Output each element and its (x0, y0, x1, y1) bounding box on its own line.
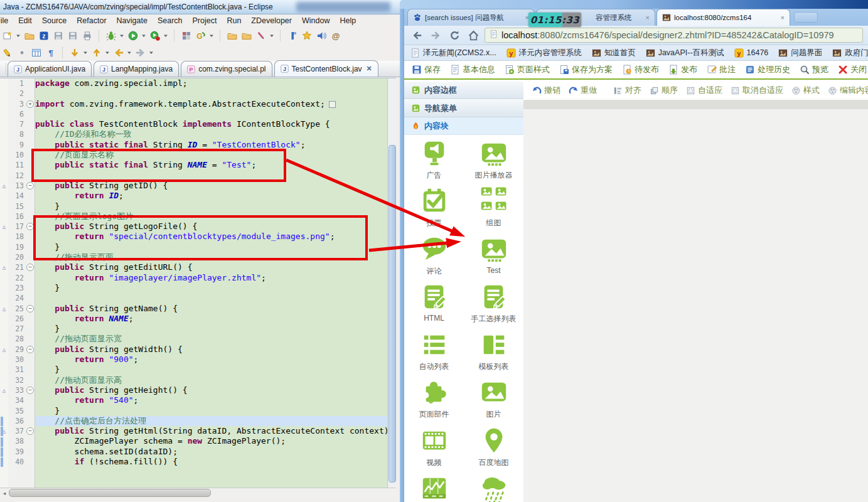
editor-tab[interactable]: JLangMapping.java (94, 61, 179, 77)
home-button[interactable] (466, 28, 481, 43)
print-icon[interactable] (81, 29, 94, 43)
open-folder-icon[interactable] (23, 29, 36, 43)
dropdown-chevron-icon[interactable] (269, 29, 275, 43)
speaker-icon[interactable] (315, 29, 328, 43)
editor-vertical-scrollbar[interactable] (387, 78, 396, 488)
editor-horizontal-scrollbar[interactable]: ◂ (0, 488, 396, 498)
canvas-palette-button[interactable]: 编辑内容 (828, 85, 868, 96)
save-icon[interactable] (52, 29, 65, 43)
marker-pen-icon[interactable] (1, 46, 14, 60)
canvas-palette-button[interactable]: 样式 (791, 85, 820, 96)
content-block-item[interactable]: 手工选择列表 (464, 282, 523, 330)
canvas-undo-button[interactable]: 撤销 (532, 85, 560, 96)
editor-tab[interactable]: Pcom.zving.special.pl (181, 61, 272, 77)
fold-collapse-icon[interactable]: − (26, 427, 34, 435)
browser-tab[interactable]: [search issues] 问题导航× (407, 9, 535, 26)
fold-collapse-icon[interactable]: − (26, 346, 34, 353)
content-block-item[interactable] (404, 474, 464, 502)
content-block-item[interactable]: Test (464, 235, 523, 282)
reload-button[interactable] (447, 28, 462, 43)
menu-refactor[interactable]: Refactor (72, 15, 111, 26)
hscroll-left-arrow-icon[interactable]: ◂ (0, 490, 9, 496)
menu-source[interactable]: Source (37, 15, 72, 26)
dropdown-chevron-icon[interactable] (83, 46, 88, 60)
bookmark-item[interactable]: 泽元新闻(ZCMS2.x... (410, 48, 496, 58)
view-handle[interactable] (1, 63, 6, 75)
forward-arrow-icon[interactable] (134, 46, 147, 60)
bookmark-item[interactable]: 问题界面 (778, 48, 822, 58)
cms-history-button[interactable]: 处理历史 (745, 64, 790, 75)
home-icon[interactable] (468, 30, 479, 41)
panel-header[interactable]: 导航菜单 (404, 99, 523, 117)
close-tab-icon[interactable]: × (781, 14, 785, 21)
menu-edit[interactable]: Edit (13, 15, 37, 26)
content-block-item[interactable]: 自动列表 (404, 330, 464, 378)
dropdown-chevron-icon[interactable] (141, 29, 147, 43)
bookmark-item[interactable]: y泽元内容管理系统 (506, 48, 582, 58)
wand-icon[interactable] (255, 29, 267, 43)
cms-publish-button[interactable]: 发布 (668, 64, 697, 75)
z-project-icon[interactable]: z (38, 29, 50, 43)
cms-saveas-button[interactable]: 保存为方案 (559, 64, 613, 75)
content-block-item[interactable]: 广告 (404, 139, 464, 186)
content-block-item[interactable]: HTML (404, 282, 464, 330)
cms-floppy-button[interactable]: 保存 (412, 64, 441, 75)
close-tab-icon[interactable]: ✕ (367, 65, 372, 73)
editor-fold-gutter[interactable]: +−−−−−−− (26, 78, 35, 488)
bookmark-item[interactable]: 知道首页 (592, 48, 636, 58)
editor-tab[interactable]: JTestContentBlock.jav✕ (274, 60, 378, 77)
canvas-fit-button[interactable]: 取消自适应 (731, 85, 783, 96)
fold-collapse-icon[interactable]: − (26, 223, 34, 230)
folder-open-icon[interactable] (226, 29, 238, 43)
content-block-item[interactable]: 页面部件 (404, 378, 464, 425)
code-editor[interactable]: △△△△△△△ 12367891011121314151617181920212… (0, 78, 396, 488)
menu-zdeveloper[interactable]: ZDeveloper (246, 15, 297, 26)
content-block-item[interactable]: 模板列表 (464, 330, 523, 378)
content-block-item[interactable]: 图片 (464, 378, 523, 425)
grid-icon[interactable] (180, 29, 193, 43)
canvas-redo-button[interactable]: 重做 (569, 85, 597, 96)
fold-collapse-icon[interactable]: − (26, 387, 34, 394)
bookmark-item[interactable]: 政府门户网 (832, 48, 868, 58)
menu-run[interactable]: Run (222, 15, 246, 26)
info-pillar-icon[interactable] (286, 29, 299, 43)
menu-help[interactable]: Help (335, 15, 361, 26)
fwd-icon[interactable] (431, 30, 441, 41)
fold-collapse-icon[interactable]: − (26, 305, 34, 312)
cms-style-button[interactable]: 页面样式 (505, 64, 550, 75)
folded-region-icon[interactable] (329, 101, 336, 108)
debug-icon[interactable] (105, 29, 117, 43)
star-icon[interactable] (301, 29, 313, 43)
panel-header[interactable]: 内容边框 (404, 81, 523, 99)
content-block-item[interactable]: 评论 (404, 235, 464, 282)
cms-redx-button[interactable]: 关闭 (838, 64, 867, 75)
at-icon[interactable]: @ (330, 29, 342, 43)
address-bar[interactable]: localhost:8080/zcms16476/special/designe… (485, 28, 863, 43)
dropdown-chevron-icon[interactable] (16, 29, 21, 43)
menu-navigate[interactable]: Navigate (112, 15, 153, 26)
new-wizard-icon[interactable] (1, 29, 14, 43)
bookmark-item[interactable]: JavaAPI--百科测试 (646, 48, 724, 58)
reload-icon[interactable] (449, 30, 460, 41)
panel-header-active[interactable]: 内容块 (404, 117, 523, 135)
dropdown-chevron-icon[interactable] (149, 46, 154, 60)
content-block-item[interactable]: 视频 (404, 426, 464, 474)
dropdown-chevron-icon[interactable] (105, 46, 110, 60)
menu-project[interactable]: Project (188, 15, 222, 26)
menu-search[interactable]: Search (153, 15, 188, 26)
dot-icon[interactable] (16, 46, 28, 60)
canvas-area[interactable] (523, 109, 868, 502)
menu-window[interactable]: Window (297, 15, 335, 26)
dropdown-chevron-icon[interactable] (209, 29, 215, 43)
menu-file[interactable]: File (0, 15, 13, 26)
dropdown-chevron-icon[interactable] (163, 29, 169, 43)
content-block-item[interactable] (464, 474, 523, 502)
cms-pending-button[interactable]: 待发布 (622, 64, 659, 75)
fold-expand-icon[interactable]: + (26, 100, 34, 108)
content-block-item[interactable]: 图片播放器 (464, 139, 523, 186)
run-icon[interactable] (127, 29, 139, 43)
back-arrow-icon[interactable] (112, 46, 125, 60)
dropdown-chevron-icon[interactable] (127, 46, 132, 60)
back-button[interactable] (409, 28, 424, 43)
vscroll-thumb[interactable] (388, 145, 396, 483)
